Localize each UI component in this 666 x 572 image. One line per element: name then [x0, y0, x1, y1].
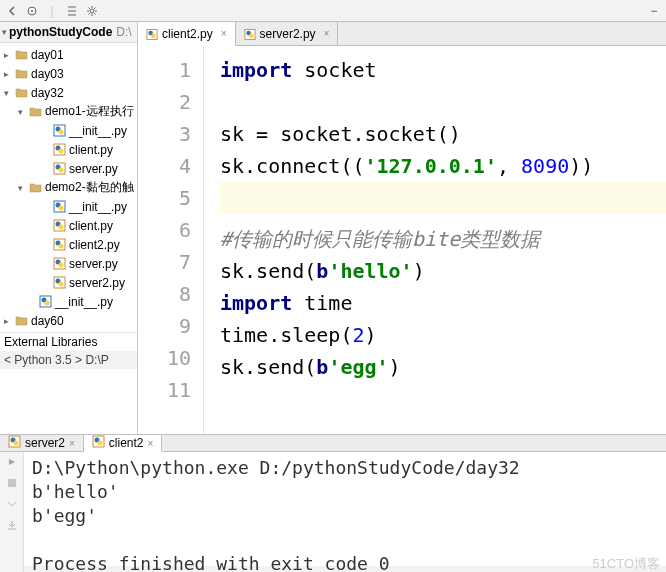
tree-row-day03[interactable]: ▸day03: [0, 64, 137, 83]
gutter: 1234567891011: [138, 46, 204, 434]
comment: #传输的时候只能传输bite类型数据: [220, 227, 540, 251]
divider-icon: |: [42, 1, 62, 21]
tree-item-label: client2.py: [69, 238, 120, 252]
console-wrap: D:\Python\python.exe D:/pythonStudyCode/…: [0, 452, 666, 572]
line-number: 11: [138, 374, 191, 406]
run-tab-server2[interactable]: server2×: [0, 435, 84, 451]
tree-row-client-py[interactable]: client.py: [0, 140, 137, 159]
code-text: time.sleep(: [220, 323, 352, 347]
line-number: 2: [138, 86, 191, 118]
close-icon[interactable]: ×: [324, 28, 330, 39]
code-text: sk.send(: [220, 259, 316, 283]
close-icon[interactable]: ×: [148, 438, 154, 449]
tree-row-demo1-远程执行[interactable]: ▾demo1-远程执行: [0, 102, 137, 121]
external-libraries-row[interactable]: External Libraries: [0, 332, 137, 351]
editor-tab-client2-py[interactable]: client2.py×: [138, 22, 236, 46]
line-number: 3: [138, 118, 191, 150]
number: 8090: [521, 154, 569, 178]
code-text: time: [292, 291, 352, 315]
folder-icon: [14, 86, 28, 100]
tree-row-day60[interactable]: ▸day60: [0, 311, 137, 330]
run-tool-window: server2×client2× D:\Python\python.exe D:…: [0, 434, 666, 566]
gear-icon[interactable]: [82, 1, 102, 21]
tab-label: server2.py: [260, 27, 316, 41]
number: 2: [352, 323, 364, 347]
line-number: 6: [138, 214, 191, 246]
line-number: 8: [138, 278, 191, 310]
line-number: 7: [138, 246, 191, 278]
close-icon[interactable]: ×: [69, 438, 75, 449]
target-icon[interactable]: [22, 1, 42, 21]
tab-label: client2.py: [162, 27, 213, 41]
python-file-icon: [52, 219, 66, 233]
rerun-icon[interactable]: [6, 456, 18, 471]
close-icon[interactable]: ×: [221, 28, 227, 39]
svg-point-11: [58, 168, 63, 173]
folder-icon: [28, 105, 42, 119]
svg-point-5: [58, 130, 63, 135]
python-file-icon: [52, 276, 66, 290]
string: '127.0.0.1': [365, 154, 497, 178]
tree-item-label: __init__.py: [69, 200, 127, 214]
python-version-row[interactable]: < Python 3.5 > D:\P: [0, 351, 137, 369]
python-file-icon: [52, 257, 66, 271]
tree-item-label: day01: [31, 48, 64, 62]
back-icon[interactable]: [2, 1, 22, 21]
svg-point-29: [44, 301, 49, 306]
tree-row-__init__-py[interactable]: __init__.py: [0, 121, 137, 140]
python-file-icon: [92, 435, 105, 451]
run-tab-client2[interactable]: client2×: [84, 435, 163, 452]
tree-row-server-py[interactable]: server.py: [0, 254, 137, 273]
project-path: D:\: [116, 25, 131, 39]
tree-row-day32[interactable]: ▾day32: [0, 83, 137, 102]
bytes-prefix: b: [316, 355, 328, 379]
code-text: sk = socket.socket(): [220, 122, 461, 146]
svg-point-14: [58, 206, 63, 211]
tree-item-label: __init__.py: [55, 295, 113, 309]
python-file-icon: [52, 238, 66, 252]
keyword: import: [220, 58, 292, 82]
code-text: ): [413, 259, 425, 283]
python-file-icon: [146, 28, 158, 40]
main-split: ▾ pythonStudyCode D:\ ▸day01▸day03▾day32…: [0, 22, 666, 434]
tree-row-client-py[interactable]: client.py: [0, 216, 137, 235]
editor-tab-server2-py[interactable]: server2.py×: [236, 22, 339, 45]
stop-icon[interactable]: [6, 477, 18, 492]
svg-point-8: [58, 149, 63, 154]
project-tree: ▸day01▸day03▾day32▾demo1-远程执行__init__.py…: [0, 43, 137, 332]
tree-arrow-icon: ▾: [4, 88, 14, 98]
console-line: D:\Python\python.exe D:/pythonStudyCode/…: [32, 457, 520, 478]
hide-icon[interactable]: −: [644, 1, 664, 21]
tree-item-label: client.py: [69, 143, 113, 157]
code-text: sk.send(: [220, 355, 316, 379]
export-icon[interactable]: [6, 519, 18, 534]
console-output[interactable]: D:\Python\python.exe D:/pythonStudyCode/…: [24, 452, 666, 572]
tree-item-label: day60: [31, 314, 64, 328]
project-root-row[interactable]: ▾ pythonStudyCode D:\: [0, 22, 137, 43]
code-text: ,: [497, 154, 521, 178]
svg-point-32: [151, 33, 156, 38]
down-icon[interactable]: [6, 498, 18, 513]
tree-row-server2-py[interactable]: server2.py: [0, 273, 137, 292]
tree-item-label: demo1-远程执行: [45, 103, 134, 120]
code-text: ): [365, 323, 377, 347]
tree-arrow-icon: ▸: [4, 50, 14, 60]
code-wrap: 1234567891011 import socket sk = socket.…: [138, 46, 666, 434]
string: 'hello': [328, 259, 412, 283]
tree-row-__init__-py[interactable]: __init__.py: [0, 197, 137, 216]
tree-item-label: demo2-黏包的触: [45, 179, 134, 196]
tree-row-client2-py[interactable]: client2.py: [0, 235, 137, 254]
tree-row-server-py[interactable]: server.py: [0, 159, 137, 178]
collapse-icon[interactable]: [62, 1, 82, 21]
code-text: )): [569, 154, 593, 178]
tree-row-demo2-黏包的触[interactable]: ▾demo2-黏包的触: [0, 178, 137, 197]
tree-row-day01[interactable]: ▸day01: [0, 45, 137, 64]
run-tabs: server2×client2×: [0, 435, 666, 452]
svg-point-35: [249, 33, 254, 38]
line-number: 10: [138, 342, 191, 374]
python-file-icon: [244, 28, 256, 40]
python-file-icon: [8, 435, 21, 451]
external-libraries-label: External Libraries: [4, 335, 97, 349]
tree-row-__init__-py[interactable]: __init__.py: [0, 292, 137, 311]
code-editor[interactable]: import socket sk = socket.socket() sk.co…: [204, 46, 666, 434]
